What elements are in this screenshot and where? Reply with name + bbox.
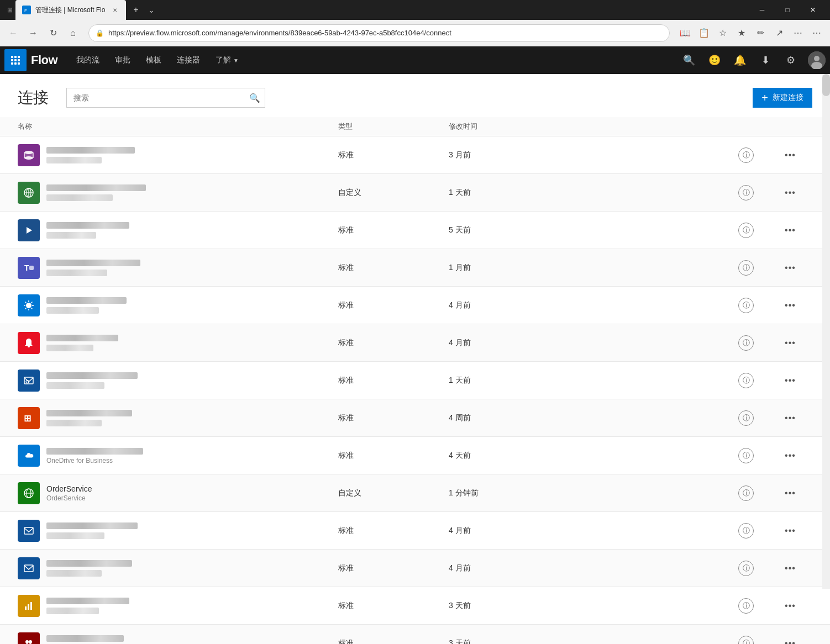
nav-item-templates[interactable]: 模板: [138, 46, 169, 74]
time-cell: 4 月前: [449, 563, 724, 573]
home-button[interactable]: ⌂: [64, 24, 82, 42]
info-button[interactable]: ⓘ: [738, 485, 754, 501]
connection-name-text: [46, 521, 138, 540]
info-button[interactable]: ⓘ: [738, 260, 754, 276]
type-cell: 标准: [338, 413, 449, 423]
tab-menu-button[interactable]: ⌄: [144, 2, 159, 18]
search-input[interactable]: [67, 88, 245, 107]
window-controls: ─ □ ✕: [749, 0, 826, 20]
info-button[interactable]: ⓘ: [738, 636, 754, 645]
info-button[interactable]: ⓘ: [738, 561, 754, 576]
info-cell: ⓘ: [724, 223, 768, 238]
maximize-button[interactable]: □: [775, 0, 800, 20]
close-button[interactable]: ✕: [800, 0, 826, 20]
new-connection-button[interactable]: + 新建连接: [753, 88, 812, 108]
table-row: T 标准 1 月前 ⓘ •••: [0, 249, 830, 287]
more-button[interactable]: •••: [780, 186, 800, 200]
settings-nav-btn[interactable]: ⚙: [778, 46, 803, 74]
nav-item-connectors[interactable]: 连接器: [169, 46, 208, 74]
blurred-sub: [46, 270, 107, 276]
info-button[interactable]: ⓘ: [738, 223, 754, 238]
forward-button[interactable]: →: [24, 24, 42, 42]
connection-icon: [18, 632, 40, 645]
notification-btn[interactable]: 🔔: [727, 46, 753, 74]
time-cell: 1 分钟前: [449, 488, 724, 498]
download-nav-btn[interactable]: ⬇: [753, 46, 778, 74]
connection-name-cell: [18, 628, 338, 645]
browser-tab-active[interactable]: F 管理连接 | Microsoft Flo ✕: [15, 0, 126, 20]
search-button[interactable]: 🔍: [245, 88, 265, 108]
table-row: 标准 3 月前 ⓘ •••: [0, 136, 830, 174]
table-header: 名称 类型 修改时间: [0, 117, 830, 136]
scrollbar[interactable]: [822, 74, 830, 589]
download-btn[interactable]: ⋯: [789, 24, 807, 42]
more-button[interactable]: •••: [780, 411, 800, 425]
nav-item-learn[interactable]: 了解 ▼: [208, 46, 246, 74]
nav-item-myflows[interactable]: 我的流: [69, 46, 107, 74]
info-button[interactable]: ⓘ: [738, 298, 754, 313]
table-row: 标准 5 天前 ⓘ •••: [0, 212, 830, 249]
reader-view-btn[interactable]: 📖: [676, 24, 694, 42]
table-row: OneDrive for Business 标准 4 天前 ⓘ •••: [0, 437, 830, 474]
more-button[interactable]: •••: [780, 524, 800, 538]
info-button[interactable]: ⓘ: [738, 373, 754, 388]
info-button[interactable]: ⓘ: [738, 410, 754, 426]
tab-close-btn[interactable]: ✕: [111, 6, 119, 14]
type-cell: 标准: [338, 150, 449, 160]
more-button[interactable]: •••: [780, 561, 800, 576]
more-button[interactable]: •••: [780, 336, 800, 350]
notes-btn[interactable]: ✏: [752, 24, 769, 42]
browser-titlebar: ⊞ F 管理连接 | Microsoft Flo ✕ + ⌄ ─ □ ✕: [0, 0, 830, 20]
minimize-button[interactable]: ─: [749, 0, 775, 20]
address-bar[interactable]: 🔒 https://preview.flow.microsoft.com/man…: [88, 24, 670, 42]
info-button[interactable]: ⓘ: [738, 523, 754, 539]
tab-previous-icon[interactable]: ⊞: [4, 0, 15, 20]
more-button[interactable]: •••: [780, 261, 800, 275]
feedback-btn[interactable]: 🙂: [702, 46, 727, 74]
connection-name-text: [46, 634, 124, 645]
blurred-sub: [46, 382, 104, 389]
more-cell: •••: [768, 599, 812, 613]
info-button[interactable]: ⓘ: [738, 598, 754, 614]
settings-btn[interactable]: ⋯: [808, 24, 826, 42]
connection-name-text: OrderService OrderService: [46, 484, 92, 502]
search-box[interactable]: 🔍: [66, 88, 265, 108]
search-nav-btn[interactable]: 🔍: [676, 46, 702, 74]
share-btn[interactable]: ↗: [770, 24, 788, 42]
waffle-grid-icon: [11, 56, 20, 65]
info-cell: ⓘ: [724, 298, 768, 313]
more-button[interactable]: •••: [780, 448, 800, 463]
connection-name-secondary: OrderService: [46, 494, 92, 502]
connection-icon: [18, 595, 40, 617]
more-cell: •••: [768, 336, 812, 350]
header-modified: 修改时间: [449, 122, 724, 131]
more-button[interactable]: •••: [780, 298, 800, 313]
info-button[interactable]: ⓘ: [738, 147, 754, 163]
info-button[interactable]: ⓘ: [738, 448, 754, 463]
connection-name-text: [46, 597, 129, 615]
more-button[interactable]: •••: [780, 223, 800, 237]
more-button[interactable]: •••: [780, 148, 800, 162]
waffle-menu[interactable]: [4, 49, 27, 71]
more-cell: •••: [768, 223, 812, 237]
hub-btn[interactable]: ★: [733, 24, 750, 42]
favorites-btn[interactable]: ☆: [714, 24, 732, 42]
header-actions: [768, 122, 812, 131]
more-button[interactable]: •••: [780, 373, 800, 388]
reading-list-btn[interactable]: 📋: [695, 24, 713, 42]
app-navbar: Flow 我的流 审批 模板 连接器 了解 ▼ 🔍 🙂 🔔 ⬇ ⚙: [0, 46, 830, 74]
info-button[interactable]: ⓘ: [738, 185, 754, 200]
scrollbar-thumb[interactable]: [822, 74, 830, 96]
nav-item-approvals[interactable]: 审批: [107, 46, 138, 74]
more-button[interactable]: •••: [780, 599, 800, 613]
info-cell: ⓘ: [724, 185, 768, 200]
user-avatar[interactable]: [808, 51, 826, 69]
new-tab-button[interactable]: +: [128, 2, 144, 18]
svg-point-7: [24, 156, 33, 160]
info-cell: ⓘ: [724, 598, 768, 614]
info-button[interactable]: ⓘ: [738, 335, 754, 351]
back-button[interactable]: ←: [4, 24, 22, 42]
more-button[interactable]: •••: [780, 486, 800, 500]
more-button[interactable]: •••: [780, 636, 800, 645]
refresh-button[interactable]: ↻: [44, 24, 62, 42]
